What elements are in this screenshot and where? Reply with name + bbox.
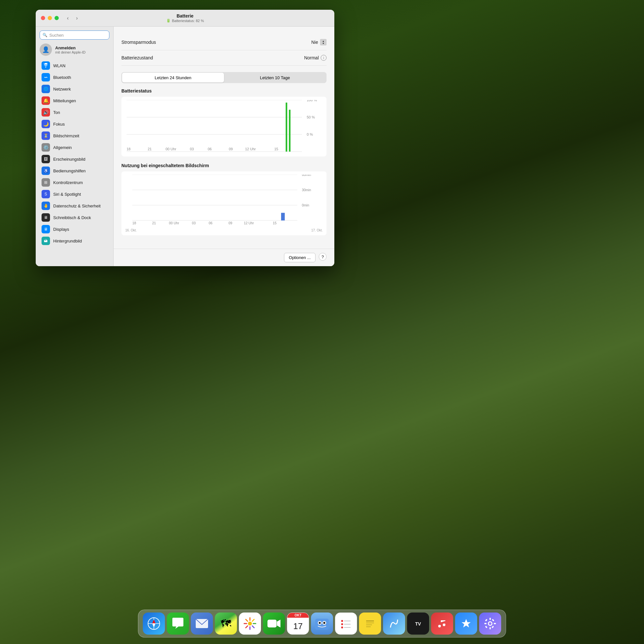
- sidebar: 🔍 Suchen 👤 Anmelden mit deiner Apple-ID: [36, 27, 114, 266]
- svg-text:09: 09: [229, 221, 232, 225]
- sidebar-item-bluetooth[interactable]: ∽ Bluetooth: [38, 71, 111, 83]
- sidebar-item-erscheinungsbild[interactable]: 🖼 Erscheinungsbild: [38, 153, 111, 165]
- bedienungshilfen-icon: ♿: [42, 167, 50, 175]
- stromsparmodus-label: Stromsparmodus: [121, 40, 156, 45]
- svg-rect-7: [286, 103, 287, 152]
- user-section[interactable]: 👤 Anmelden mit deiner Apple-ID: [36, 43, 113, 60]
- fullscreen-button[interactable]: [55, 16, 59, 20]
- sidebar-item-wlan[interactable]: WLAN: [38, 60, 111, 71]
- netzwerk-icon: 🌐: [42, 85, 50, 93]
- svg-text:18: 18: [132, 221, 136, 225]
- stromsparmodus-row: Stromsparmodus Nie ▲ ▼: [121, 34, 327, 50]
- svg-rect-69: [489, 627, 491, 629]
- datenschutz-icon: 🤚: [42, 202, 50, 210]
- svg-text:60min: 60min: [302, 175, 311, 177]
- sidebar-item-schreibtisch[interactable]: 🖥 Schreibtisch & Dock: [38, 212, 111, 223]
- dock-item-reminders[interactable]: [335, 613, 357, 635]
- sidebar-item-allgemein[interactable]: ⚙️ Allgemein: [38, 142, 111, 153]
- search-box[interactable]: 🔍 Suchen: [40, 31, 109, 40]
- tab-10d[interactable]: Letzten 10 Tage: [224, 73, 326, 82]
- svg-text:21: 21: [152, 221, 156, 225]
- search-container: 🔍 Suchen: [36, 31, 113, 43]
- sidebar-label-siri: Siri & Spotlight: [53, 192, 81, 197]
- user-info: Anmelden mit deiner Apple-ID: [55, 45, 86, 54]
- dock-item-photos[interactable]: [239, 613, 261, 635]
- svg-text:21: 21: [148, 147, 152, 151]
- sidebar-item-netzwerk[interactable]: 🌐 Netzwerk: [38, 83, 111, 95]
- svg-text:03: 03: [190, 147, 194, 151]
- sidebar-label-bildschirmzeit: Bildschirmzeit: [53, 133, 79, 138]
- svg-text:30min: 30min: [302, 188, 311, 192]
- svg-point-54: [323, 622, 325, 624]
- sidebar-label-schreibtisch: Schreibtisch & Dock: [53, 215, 91, 220]
- help-button[interactable]: ?: [319, 253, 327, 261]
- svg-text:12 Uhr: 12 Uhr: [245, 147, 256, 151]
- svg-line-46: [252, 619, 254, 621]
- minimize-button[interactable]: [48, 16, 52, 20]
- sidebar-item-hintergrund[interactable]: 🏔 Hintergrundbild: [38, 235, 111, 247]
- svg-text:00 Uhr: 00 Uhr: [166, 147, 176, 151]
- sidebar-item-kontrollzentrum[interactable]: ⊞ Kontrollzentrum: [38, 177, 111, 188]
- sidebar-item-bedienungshilfen[interactable]: ♿ Bedienungshilfen: [38, 165, 111, 177]
- sidebar-label-kontrollzentrum: Kontrollzentrum: [53, 180, 83, 185]
- svg-marker-49: [277, 620, 280, 627]
- svg-rect-50: [315, 619, 329, 630]
- battery-status-text: Batteriestatus: 82 %: [172, 19, 204, 23]
- erscheinungsbild-icon: 🖼: [42, 155, 50, 163]
- nutzung-chart-title: Nutzung bei eingeschaltetem Bildschirm: [121, 163, 327, 168]
- sidebar-item-siri[interactable]: S Siri & Spotlight: [38, 188, 111, 200]
- calendar-day: 17: [287, 618, 309, 634]
- fokus-icon: 🌙: [42, 120, 50, 128]
- ton-icon: 🔊: [42, 108, 50, 117]
- svg-point-53: [319, 622, 321, 624]
- dock-item-finder[interactable]: [311, 613, 333, 635]
- sidebar-item-displays[interactable]: 🖥 Displays: [38, 223, 111, 235]
- dock-item-appletv[interactable]: TV: [407, 613, 429, 635]
- dock-item-notes[interactable]: [359, 613, 381, 635]
- batteriezustand-info-icon[interactable]: i: [321, 55, 327, 61]
- close-button[interactable]: [41, 16, 45, 20]
- dock-item-mail[interactable]: [191, 613, 213, 635]
- forward-button[interactable]: ›: [73, 14, 81, 22]
- batteriestatus-chart-wrapper: 100 % 50 % 0 % 18 21 00 Uhr: [121, 97, 327, 156]
- dock-item-music[interactable]: [431, 613, 453, 635]
- time-tabs: Letzten 24 Stunden Letzten 10 Tage: [121, 72, 327, 83]
- svg-text:06: 06: [209, 221, 213, 225]
- sidebar-item-mitteilungen[interactable]: 🔔 Mitteilungen: [38, 95, 111, 106]
- window-title-area: Batterie 🔋 Batteriestatus: 82 %: [166, 13, 204, 23]
- stromsparmodus-value-area: Nie ▲ ▼: [311, 39, 327, 45]
- dock-item-messages[interactable]: [167, 613, 189, 635]
- batteriezustand-row: Batteriezustand Normal i: [121, 50, 327, 66]
- svg-text:03: 03: [192, 221, 196, 225]
- svg-rect-70: [484, 623, 487, 624]
- sidebar-label-bluetooth: Bluetooth: [53, 75, 71, 80]
- sidebar-item-ton[interactable]: 🔊 Ton: [38, 106, 111, 118]
- siri-icon: S: [42, 190, 50, 198]
- svg-rect-8: [289, 110, 291, 152]
- sidebar-item-fokus[interactable]: 🌙 Fokus: [38, 118, 111, 130]
- dock-item-maps[interactable]: 🗺: [215, 613, 237, 635]
- options-button[interactable]: Optionen ...: [284, 253, 316, 262]
- dock-item-freeform[interactable]: [383, 613, 405, 635]
- dock-item-sysprefs[interactable]: [479, 613, 501, 635]
- dock-item-calendar[interactable]: OKT 17: [287, 613, 309, 635]
- window-subtitle: 🔋 Batteriestatus: 82 %: [166, 19, 204, 23]
- sidebar-label-bedienungshilfen: Bedienungshilfen: [53, 168, 86, 173]
- tab-24h[interactable]: Letzten 24 Stunden: [122, 73, 224, 82]
- dock-item-appstore[interactable]: [455, 613, 477, 635]
- back-button[interactable]: ‹: [64, 14, 72, 22]
- schreibtisch-icon: 🖥: [42, 213, 50, 222]
- sidebar-label-allgemein: Allgemein: [53, 145, 72, 150]
- svg-text:09: 09: [229, 147, 233, 151]
- dock-item-facetime[interactable]: [263, 613, 285, 635]
- mitteilungen-icon: 🔔: [42, 96, 50, 105]
- stromsparmodus-stepper[interactable]: ▲ ▼: [320, 39, 327, 45]
- window-title: Batterie: [166, 13, 204, 19]
- sidebar-item-datenschutz[interactable]: 🤚 Datenschutz & Sicherheit: [38, 200, 111, 212]
- sidebar-item-bildschirmzeit[interactable]: ⏳ Bildschirmzeit: [38, 130, 111, 142]
- dock-item-safari[interactable]: [143, 613, 165, 635]
- svg-text:15: 15: [273, 221, 277, 225]
- batteriestatus-svg: 100 % 50 % 0 % 18 21 00 Uhr: [125, 100, 323, 152]
- svg-rect-72: [485, 619, 488, 622]
- user-subtitle: mit deiner Apple-ID: [55, 50, 86, 54]
